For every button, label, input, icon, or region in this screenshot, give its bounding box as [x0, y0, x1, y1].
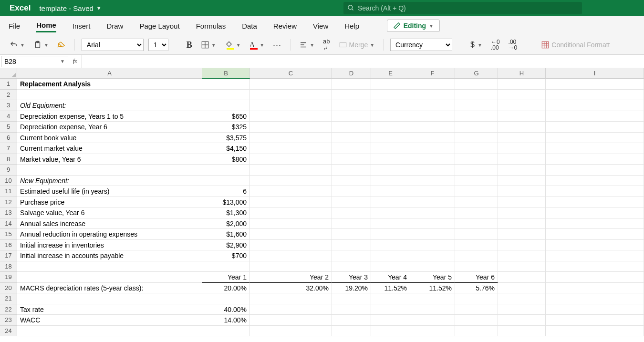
cell-I20[interactable] [546, 283, 644, 294]
cell-I21[interactable] [546, 293, 644, 304]
cell-F11[interactable] [410, 186, 455, 197]
cell-H18[interactable] [498, 261, 546, 272]
cell-G5[interactable] [455, 122, 498, 133]
cell-F2[interactable] [410, 90, 455, 101]
cell-I13[interactable] [546, 207, 644, 218]
cell-D6[interactable] [332, 133, 371, 144]
cell-H6[interactable] [498, 133, 546, 144]
cell-A22[interactable]: Tax rate [17, 304, 202, 315]
cell-A23[interactable]: WACC [17, 315, 202, 326]
number-format-select[interactable]: Currency [390, 39, 452, 51]
cell-A15[interactable]: Annual reduction in operating expenses [17, 229, 202, 240]
tab-file[interactable]: File [9, 20, 20, 32]
cell-D13[interactable] [332, 207, 371, 218]
cell-B18[interactable] [202, 261, 250, 272]
cell-G15[interactable] [455, 229, 498, 240]
cell-G12[interactable] [455, 197, 498, 208]
cell-G2[interactable] [455, 90, 498, 101]
cell-F14[interactable] [410, 218, 455, 229]
clipboard-button[interactable]: ▼ [31, 40, 51, 50]
cell-F4[interactable] [410, 111, 455, 122]
cell-E7[interactable] [371, 143, 410, 154]
cell-H16[interactable] [498, 240, 546, 251]
col-header-F[interactable]: F [410, 68, 455, 79]
cell-I24[interactable] [546, 326, 644, 337]
col-header-A[interactable]: A [17, 68, 202, 79]
cell-E17[interactable] [371, 250, 410, 261]
row-header-5[interactable]: 5 [0, 122, 17, 133]
tab-view[interactable]: View [313, 20, 328, 32]
cell-E21[interactable] [371, 293, 410, 304]
font-name-select[interactable]: Arial [82, 39, 144, 51]
cell-C24[interactable] [250, 326, 332, 337]
increase-decimal-button[interactable]: ←0.00 [489, 38, 502, 52]
cell-C11[interactable] [250, 186, 332, 197]
cell-I16[interactable] [546, 240, 644, 251]
cell-H19[interactable] [498, 272, 546, 283]
cell-A8[interactable]: Market value, Year 6 [17, 154, 202, 165]
tab-formulas[interactable]: Formulas [196, 20, 226, 32]
cell-B8[interactable]: $800 [202, 154, 250, 165]
row-header-15[interactable]: 15 [0, 229, 17, 240]
cell-I18[interactable] [546, 261, 644, 272]
cell-E24[interactable] [371, 326, 410, 337]
cell-C5[interactable] [250, 122, 332, 133]
row-header-3[interactable]: 3 [0, 100, 17, 111]
format-painter-button[interactable] [55, 40, 68, 50]
row-header-24[interactable]: 24 [0, 326, 17, 337]
cell-E16[interactable] [371, 240, 410, 251]
cell-D14[interactable] [332, 218, 371, 229]
cell-G21[interactable] [455, 293, 498, 304]
cell-D21[interactable] [332, 293, 371, 304]
cell-H5[interactable] [498, 122, 546, 133]
cell-A6[interactable]: Current book value [17, 133, 202, 144]
cell-G17[interactable] [455, 250, 498, 261]
cell-H8[interactable] [498, 154, 546, 165]
cell-D2[interactable] [332, 90, 371, 101]
cell-G13[interactable] [455, 207, 498, 218]
cell-D22[interactable] [332, 304, 371, 315]
cell-H10[interactable] [498, 176, 546, 187]
cell-I5[interactable] [546, 122, 644, 133]
cell-H21[interactable] [498, 293, 546, 304]
cell-D8[interactable] [332, 154, 371, 165]
cell-B24[interactable] [202, 326, 250, 337]
merge-button[interactable]: Merge▼ [337, 40, 377, 50]
cell-E10[interactable] [371, 176, 410, 187]
cell-G4[interactable] [455, 111, 498, 122]
row-header-20[interactable]: 20 [0, 283, 17, 294]
cell-I8[interactable] [546, 154, 644, 165]
row-header-12[interactable]: 12 [0, 197, 17, 208]
cell-D5[interactable] [332, 122, 371, 133]
cell-F19[interactable]: Year 5 [410, 272, 455, 283]
cell-A24[interactable] [17, 326, 202, 337]
cell-F8[interactable] [410, 154, 455, 165]
cell-E6[interactable] [371, 133, 410, 144]
cell-E20[interactable]: 11.52% [371, 283, 410, 294]
cell-B19[interactable]: Year 1 [202, 272, 250, 283]
cell-D9[interactable] [332, 165, 371, 176]
cell-A17[interactable]: Initial increase in accounts payable [17, 250, 202, 261]
cell-B10[interactable] [202, 176, 250, 187]
cell-C6[interactable] [250, 133, 332, 144]
cell-B15[interactable]: $1,600 [202, 229, 250, 240]
cell-A13[interactable]: Salvage value, Year 6 [17, 207, 202, 218]
cell-E19[interactable]: Year 4 [371, 272, 410, 283]
cell-C23[interactable] [250, 315, 332, 326]
cell-E15[interactable] [371, 229, 410, 240]
cell-F20[interactable]: 11.52% [410, 283, 455, 294]
cell-E5[interactable] [371, 122, 410, 133]
cell-E14[interactable] [371, 218, 410, 229]
cell-G8[interactable] [455, 154, 498, 165]
undo-button[interactable]: ▼ [8, 40, 27, 50]
cell-F24[interactable] [410, 326, 455, 337]
fill-color-button[interactable]: ▼ [223, 40, 243, 51]
row-header-17[interactable]: 17 [0, 250, 17, 261]
cell-G10[interactable] [455, 176, 498, 187]
cell-D10[interactable] [332, 176, 371, 187]
cell-A19[interactable] [17, 272, 202, 283]
cell-B22[interactable]: 40.00% [202, 304, 250, 315]
row-header-18[interactable]: 18 [0, 261, 17, 272]
cell-I22[interactable] [546, 304, 644, 315]
cell-C20[interactable]: 32.00% [250, 283, 332, 294]
